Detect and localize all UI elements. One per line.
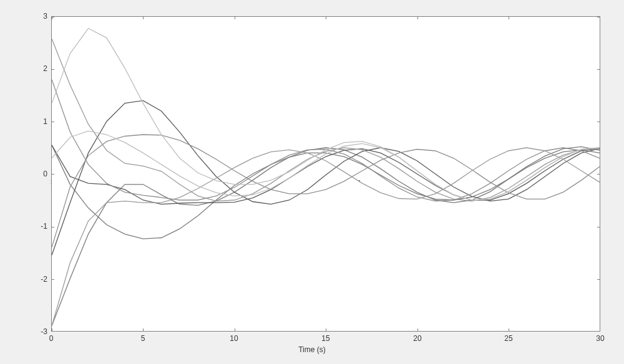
series-x1b (52, 145, 600, 239)
series-x4a (52, 39, 600, 201)
x-axis-label: Time (s) (9, 345, 615, 354)
axes[interactable] (51, 16, 600, 332)
xtick-label: 25 (499, 334, 518, 343)
xtick-label: 20 (408, 334, 427, 343)
ytick-label: 1 (9, 117, 51, 126)
ytick-label: 2 (9, 64, 51, 73)
ytick-label: 3 (9, 12, 51, 21)
ytick-label: 0 (9, 170, 51, 178)
series-x5a (52, 29, 600, 201)
line-chart (52, 17, 600, 331)
ytick-label: -2 (9, 275, 51, 284)
xtick-label: 0 (42, 334, 61, 343)
ytick-label: -1 (9, 222, 51, 231)
xtick-label: 5 (134, 334, 152, 343)
figure-panel: 3 2 1 0 -1 -2 -3 0 5 10 15 20 25 30 Time… (9, 7, 615, 357)
series-x2b (52, 100, 600, 255)
xtick-label: 30 (591, 334, 610, 343)
xtick-label: 15 (316, 334, 335, 343)
xtick-label: 10 (225, 334, 243, 343)
